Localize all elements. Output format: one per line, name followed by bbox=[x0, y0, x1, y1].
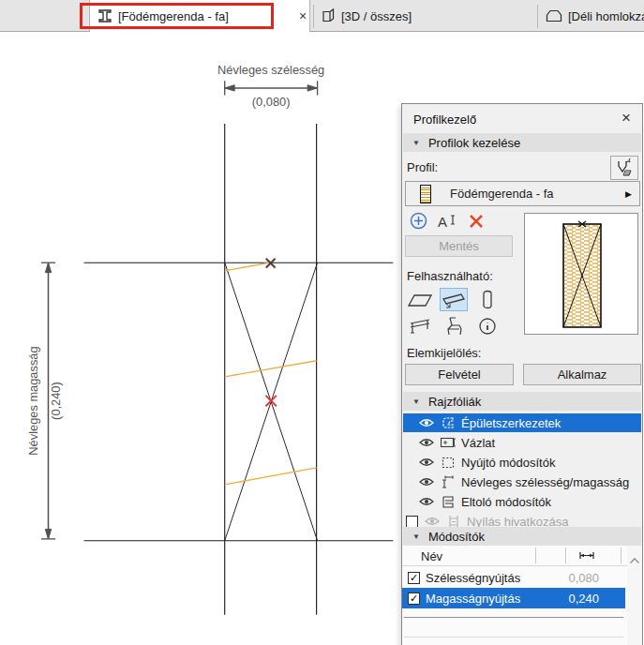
collapse-icon: ▼ bbox=[412, 532, 420, 541]
modifier-value[interactable]: 0,240 bbox=[568, 592, 599, 606]
tab-elevation[interactable]: [Déli homlokzat] bbox=[545, 0, 644, 32]
scroll-up-icon[interactable] bbox=[629, 557, 640, 564]
modifier-table: Név ✓ Szélességnyújtás 0,080 ✓ Magasságn… bbox=[402, 546, 642, 645]
width-dimension-label: Névleges szélesség bbox=[217, 63, 324, 77]
width-dimension-value: (0,080) bbox=[252, 95, 291, 109]
view-3d-icon bbox=[320, 8, 337, 24]
table-scrollbar[interactable] bbox=[627, 546, 642, 645]
apply-button[interactable]: Alkalmaz bbox=[523, 364, 641, 385]
width-dimension: Névleges szélesség (0,080) bbox=[217, 63, 324, 109]
usable-object-button[interactable] bbox=[440, 314, 468, 338]
profile-label: Profil: bbox=[407, 160, 438, 174]
layer-row-sketch[interactable]: Vázlat bbox=[403, 433, 641, 452]
eye-icon[interactable] bbox=[418, 438, 435, 447]
column-separator bbox=[565, 548, 566, 563]
table-divider bbox=[404, 637, 623, 638]
column-separator bbox=[621, 548, 622, 563]
profile-name: Födémgerenda - fa bbox=[450, 187, 554, 201]
collapse-icon: ▼ bbox=[412, 398, 420, 406]
element-selection-label: Elemkijelölés: bbox=[407, 346, 481, 360]
profile-select-dropdown[interactable]: Födémgerenda - fa ▶ bbox=[405, 181, 640, 206]
stretch-modifier-lines[interactable] bbox=[225, 262, 317, 485]
profile-ibeam-icon bbox=[97, 8, 113, 24]
panel-close-button[interactable]: × bbox=[622, 109, 631, 128]
railing-icon bbox=[407, 317, 433, 336]
wall-icon bbox=[407, 291, 433, 309]
height-dimension: Névleges magasság (0,240) bbox=[26, 262, 63, 539]
tab-bar: [Födémgerenda - fa] × [3D / összes] [Dél… bbox=[0, 0, 644, 32]
tab-3d-view-label: [3D / összes] bbox=[341, 9, 412, 23]
height-dimension-label: Névleges magasság bbox=[26, 346, 40, 455]
add-icon bbox=[410, 212, 427, 230]
rename-icon: A bbox=[435, 212, 459, 231]
modifier-checkbox[interactable]: ✓ bbox=[408, 572, 420, 584]
pickup-button[interactable]: Felvétel bbox=[405, 364, 514, 385]
tab-close-button[interactable]: × bbox=[292, 0, 313, 32]
tab-3d-view[interactable]: [3D / összes] bbox=[320, 0, 412, 32]
modifier-name-header[interactable]: Név bbox=[421, 549, 442, 563]
section-manage-profiles[interactable]: ▼ Profilok kezelése bbox=[403, 133, 641, 152]
table-divider bbox=[404, 617, 623, 618]
delete-profile-button[interactable] bbox=[462, 209, 490, 232]
dropdown-expand-icon: ▶ bbox=[625, 189, 632, 199]
usable-railing-button[interactable] bbox=[406, 314, 434, 338]
svg-text:A: A bbox=[438, 214, 447, 230]
sketch-icon bbox=[439, 436, 457, 449]
info-icon bbox=[478, 317, 497, 336]
tab-separator bbox=[313, 5, 314, 28]
modifier-row-height-stretch[interactable]: ✓ Magasságnyújtás 0,240 bbox=[402, 588, 625, 608]
save-button[interactable]: Mentés bbox=[405, 235, 513, 257]
collapse-icon: ▼ bbox=[412, 139, 420, 147]
section-modifiers[interactable]: ▼ Módosítók bbox=[403, 527, 641, 546]
eye-icon[interactable] bbox=[418, 477, 435, 487]
modifier-row-width-stretch[interactable]: ✓ Szélességnyújtás 0,080 bbox=[402, 567, 625, 588]
layer-row-stretch-modifiers[interactable]: Nyújtó módosítók bbox=[403, 453, 641, 472]
tab-elevation-label: [Déli homlokzat] bbox=[568, 9, 644, 23]
usable-info-button[interactable] bbox=[473, 314, 502, 338]
center-handle-marker[interactable] bbox=[265, 396, 276, 406]
eye-icon[interactable] bbox=[424, 517, 441, 526]
nominal-size-icon bbox=[439, 474, 457, 489]
usable-column-button[interactable] bbox=[473, 288, 502, 311]
profile-edit-lines[interactable] bbox=[84, 124, 394, 615]
pick-profile-icon bbox=[615, 158, 634, 177]
app-window: Névleges szélesség (0,080) Névleges maga… bbox=[0, 0, 644, 645]
eye-icon[interactable] bbox=[418, 497, 435, 506]
layer-row-nominal-size[interactable]: Névleges szélesség/magasság bbox=[403, 472, 641, 491]
profile-thumbnail bbox=[420, 185, 431, 203]
modifier-checkbox[interactable]: ✓ bbox=[408, 592, 420, 605]
usable-label: Felhasználható: bbox=[407, 269, 493, 283]
layer-row-building-structures[interactable]: Épületszerkezetek bbox=[403, 413, 641, 432]
profile-drawing-canvas[interactable]: Névleges szélesség (0,080) Névleges maga… bbox=[0, 32, 403, 645]
section-drawing-layers[interactable]: ▼ Rajzfóliák bbox=[403, 392, 641, 411]
profile-manager-panel: Profilkezelő × ▼ Profilok kezelése Profi… bbox=[401, 103, 643, 645]
structure-profile-icon bbox=[439, 415, 457, 430]
profile-preview bbox=[524, 213, 638, 335]
column-icon bbox=[481, 290, 494, 310]
modifier-value[interactable]: 0,080 bbox=[568, 571, 599, 585]
elevation-icon bbox=[545, 8, 563, 24]
tab-separator bbox=[537, 5, 538, 28]
chair-icon bbox=[443, 316, 464, 337]
delete-icon bbox=[468, 213, 485, 230]
profile-preview-drawing bbox=[525, 214, 637, 334]
tab-profile-editor-label: [Födémgerenda - fa] bbox=[118, 9, 229, 23]
rename-profile-button[interactable]: A bbox=[433, 209, 461, 232]
pick-profile-button[interactable] bbox=[610, 156, 638, 180]
usable-wall-button[interactable] bbox=[406, 288, 434, 311]
height-dimension-value: (0,240) bbox=[49, 382, 63, 420]
column-separator bbox=[535, 548, 536, 563]
panel-title: Profilkezelő bbox=[413, 112, 476, 127]
add-profile-button[interactable] bbox=[404, 209, 432, 232]
header-divider bbox=[402, 565, 642, 566]
eye-icon[interactable] bbox=[418, 458, 435, 467]
layer-row-offset-modifiers[interactable]: Eltoló módosítók bbox=[403, 492, 641, 511]
beam-icon bbox=[441, 291, 467, 309]
stretch-modifier-icon bbox=[439, 456, 457, 470]
usable-beam-button[interactable] bbox=[440, 288, 468, 311]
offset-modifier-icon bbox=[439, 495, 457, 509]
tab-profile-editor[interactable]: [Födémgerenda - fa] bbox=[89, 0, 310, 32]
eye-icon[interactable] bbox=[418, 418, 435, 428]
width-stretch-icon bbox=[578, 551, 595, 560]
opening-reference-checkbox[interactable] bbox=[406, 516, 418, 528]
